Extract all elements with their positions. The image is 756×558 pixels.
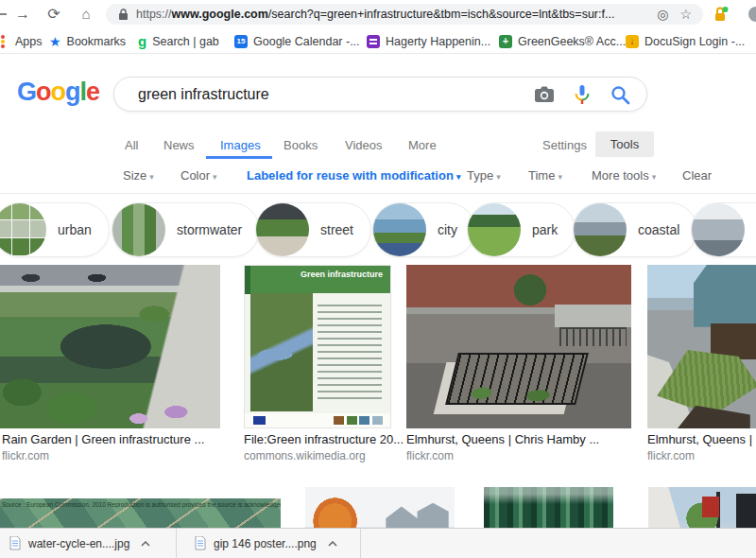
- result-image-poster[interactable]: Green infrastructure: [244, 265, 391, 428]
- filter-size[interactable]: Size▾: [123, 168, 154, 183]
- send-to-device-icon[interactable]: ◎: [657, 7, 668, 22]
- bookmark-google-calendar[interactable]: 15 Google Calendar -...: [234, 28, 360, 54]
- related-chip-park[interactable]: park: [467, 202, 576, 257]
- result-image-rain-garden[interactable]: [0, 265, 220, 428]
- apps-grid-icon[interactable]: [1, 35, 6, 49]
- search-box[interactable]: [113, 77, 647, 112]
- url-path: /search?q=green+infrastructure&tbm=isch&…: [268, 8, 615, 21]
- related-chip-stormwater[interactable]: stormwater: [112, 202, 260, 257]
- photo-art: [555, 305, 631, 327]
- photo-art: [702, 497, 719, 518]
- url-text: https://www.google.com/search?q=green+in…: [136, 8, 657, 21]
- bookmark-docusign[interactable]: ↓ DocuSign Login -...: [626, 28, 745, 54]
- bookmark-label: DocuSign Login -...: [644, 35, 745, 48]
- logo-letter: o: [36, 78, 51, 106]
- photo-art: [445, 353, 589, 405]
- related-chip-urban[interactable]: urban: [0, 202, 110, 257]
- result-title[interactable]: Rain Garden | Green infrastructure ...: [2, 432, 204, 446]
- camera-search-icon[interactable]: [533, 83, 556, 106]
- tab-all[interactable]: All: [125, 138, 138, 152]
- filter-label: Labeled for reuse with modification: [247, 168, 454, 183]
- bookmark-label: Google Calendar -...: [253, 35, 360, 48]
- url-scheme: https://: [136, 8, 172, 21]
- divider: [0, 193, 756, 194]
- result-title[interactable]: Elmhurst, Queens | Ch: [647, 432, 756, 446]
- address-bar[interactable]: https://www.google.com/search?q=green+in…: [106, 4, 703, 25]
- filter-type[interactable]: Type▾: [467, 168, 501, 183]
- filter-time[interactable]: Time▾: [528, 168, 562, 183]
- download-filename: gip 146 poster....png: [214, 537, 317, 550]
- forward-icon[interactable]: →: [11, 3, 34, 26]
- related-chip-coastal[interactable]: coastal: [573, 202, 697, 257]
- chip-label: park: [532, 222, 558, 237]
- chevron-down-icon: ▾: [213, 172, 217, 182]
- download-item-water-cycle[interactable]: water-cycle-en....jpg: [0, 529, 160, 558]
- tab-more[interactable]: More: [408, 138, 437, 152]
- chip-thumbnail: [373, 203, 426, 256]
- chip-label: stormwater: [177, 222, 242, 237]
- lock-icon[interactable]: [118, 9, 129, 21]
- filter-label: Clear: [682, 168, 712, 183]
- filter-more-tools[interactable]: More tools▾: [592, 168, 656, 183]
- photo-art: [501, 268, 559, 323]
- chip-thumbnail: [692, 203, 745, 256]
- filter-label: Color: [180, 168, 210, 183]
- result-image-elmhurst-1[interactable]: [406, 265, 631, 428]
- related-chip-city[interactable]: city: [372, 202, 475, 257]
- settings-button[interactable]: Settings: [542, 138, 587, 152]
- chip-label: city: [438, 222, 457, 237]
- bookmark-label: Hagerty Happenin...: [386, 35, 490, 48]
- chevron-down-icon: ▾: [558, 172, 562, 182]
- reload-icon[interactable]: ⟳: [43, 3, 65, 26]
- tools-button[interactable]: Tools: [595, 131, 654, 157]
- poster-art: [250, 293, 313, 411]
- filter-color[interactable]: Color▾: [180, 168, 217, 183]
- divider: [360, 529, 361, 558]
- chevron-down-icon: ▾: [149, 172, 154, 182]
- related-chip-street[interactable]: street: [255, 202, 371, 257]
- tab-images[interactable]: Images: [220, 138, 261, 152]
- bookmark-star-icon[interactable]: ☆: [679, 7, 692, 22]
- tab-books[interactable]: Books: [284, 138, 318, 152]
- filter-label: Type: [467, 168, 493, 183]
- google-logo[interactable]: Google: [17, 78, 99, 107]
- password-extension-icon[interactable]: [712, 6, 729, 23]
- logo-letter: g: [65, 78, 80, 106]
- filter-label: Time: [528, 168, 555, 183]
- bookmark-gab-search[interactable]: g Search | gab: [138, 28, 219, 54]
- result-domain: commons.wikimedia.org: [244, 449, 366, 462]
- chevron-up-icon[interactable]: [141, 541, 150, 547]
- search-input[interactable]: [138, 86, 533, 103]
- search-icon[interactable]: [609, 83, 631, 106]
- bookmark-hagerty[interactable]: Hagerty Happenin...: [367, 28, 490, 54]
- chevron-up-icon[interactable]: [328, 541, 337, 547]
- poster-art: [334, 416, 383, 425]
- related-chip-landscape[interactable]: la: [691, 202, 756, 257]
- tab-videos[interactable]: Videos: [345, 138, 383, 152]
- download-arrow-icon: ↓: [626, 35, 639, 48]
- chip-thumbnail: [0, 203, 46, 256]
- filter-usage-rights[interactable]: Labeled for reuse with modification▾: [247, 168, 460, 183]
- result-title[interactable]: Elmhurst, Queens | Chris Hamby ...: [406, 432, 599, 446]
- filter-clear[interactable]: Clear: [682, 168, 712, 183]
- tab-news[interactable]: News: [163, 138, 195, 152]
- bookmark-bookmarks[interactable]: ★ Bookmarks: [49, 28, 126, 54]
- bookmark-apps[interactable]: Apps: [15, 28, 43, 54]
- photo-art: [694, 265, 756, 327]
- home-icon[interactable]: ⌂: [75, 3, 97, 26]
- result-image-elmhurst-2[interactable]: [647, 265, 756, 428]
- chevron-down-icon: ▾: [456, 172, 461, 182]
- logo-letter: o: [51, 78, 66, 106]
- bookmark-greengeeks[interactable]: + GreenGeeks® Acc...: [499, 28, 626, 54]
- back-icon[interactable]: [0, 13, 7, 15]
- gab-icon: g: [138, 33, 146, 49]
- download-item-gip-poster[interactable]: gip 146 poster....png: [185, 529, 347, 558]
- result-title[interactable]: File:Green infrastructure 20...: [244, 432, 404, 446]
- chip-label: coastal: [638, 222, 679, 237]
- chevron-down-icon: ▾: [652, 172, 657, 182]
- voice-search-icon[interactable]: [571, 83, 593, 106]
- chip-thumbnail: [256, 203, 309, 256]
- chip-thumbnail: [468, 203, 521, 256]
- bookmark-label: Search | gab: [152, 35, 219, 48]
- profile-avatar[interactable]: [748, 7, 756, 22]
